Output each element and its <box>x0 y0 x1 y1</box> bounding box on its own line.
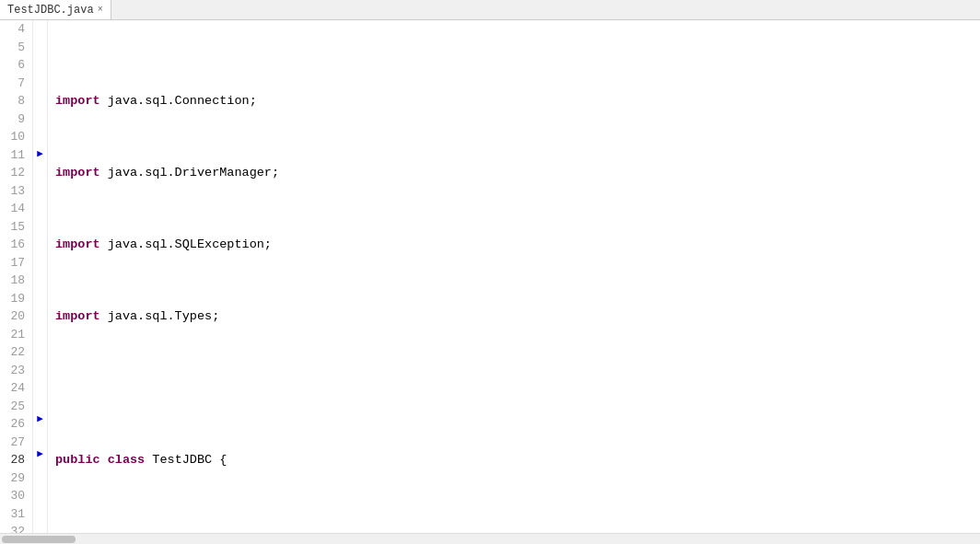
editor-tab[interactable]: TestJDBC.java × <box>0 0 111 19</box>
code-line-4: import java.sql.Connection; <box>55 92 980 110</box>
tab-close-button[interactable]: × <box>98 5 103 15</box>
code-line-7: import java.sql.Types; <box>55 307 980 326</box>
tab-label: TestJDBC.java <box>7 4 94 17</box>
code-line-9: public class TestJDBC { <box>55 451 980 469</box>
code-content[interactable]: import java.sql.Connection; import java.… <box>48 20 980 533</box>
debug-arrow-29: ▶ <box>37 447 43 459</box>
line-numbers: 4 5 6 7 8 9 10 11 12 13 14 15 16 17 18 1… <box>0 20 33 533</box>
code-line-5: import java.sql.DriverManager; <box>55 164 980 182</box>
editor-container: TestJDBC.java × 4 5 6 7 8 9 10 11 12 13 … <box>0 0 980 544</box>
debug-arrow-27: ▶ <box>37 412 43 424</box>
gutter-area: ▶ ▶ ▶ <box>33 20 48 533</box>
horizontal-scrollbar[interactable] <box>0 533 980 544</box>
scrollbar-thumb[interactable] <box>2 536 76 543</box>
debug-arrow-11: ▶ <box>37 147 43 159</box>
code-line-10 <box>55 523 980 533</box>
code-line-8 <box>55 379 980 398</box>
code-area: 4 5 6 7 8 9 10 11 12 13 14 15 16 17 18 1… <box>0 20 980 533</box>
code-line-6: import java.sql.SQLException; <box>55 236 980 254</box>
tab-bar: TestJDBC.java × <box>0 0 980 20</box>
